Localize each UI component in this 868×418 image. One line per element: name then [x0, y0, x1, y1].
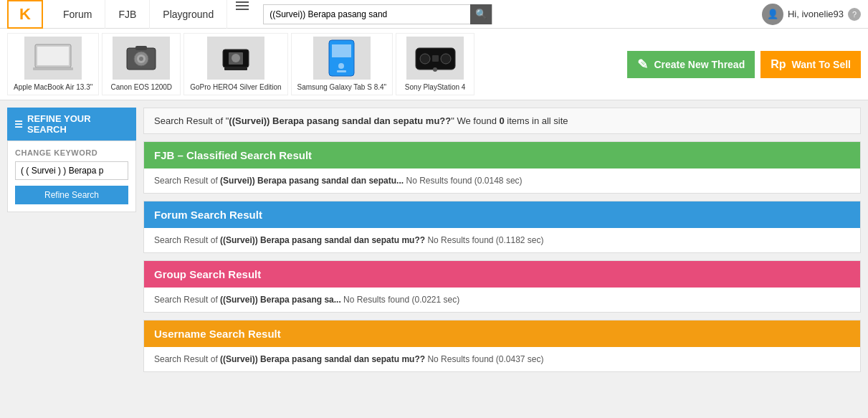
logo[interactable]: K: [7, 0, 43, 29]
want-to-sell-button[interactable]: Rp Want To Sell: [760, 51, 861, 78]
banner-img-4: [406, 37, 464, 80]
fjb-body-prefix: Search Result of: [154, 176, 220, 186]
refine-header: ☰ REFINE YOUR SEARCH: [7, 108, 136, 141]
svg-point-18: [441, 54, 451, 64]
banner-img-2: [207, 37, 264, 80]
create-thread-label: Create New Thread: [654, 59, 745, 70]
svg-rect-2: [33, 67, 73, 70]
avatar[interactable]: 👤: [762, 4, 783, 25]
rp-icon: Rp: [771, 58, 786, 71]
group-section-body: Search Result of ((Survei)) Berapa pasan…: [144, 288, 860, 312]
keyword-input[interactable]: [15, 161, 128, 180]
group-body-suffix: No Results found (0.0221 sec): [341, 295, 459, 305]
forum-section-body: Search Result of ((Survei)) Berapa pasan…: [144, 228, 860, 252]
banner-label-1: Canon EOS 1200D: [110, 82, 172, 92]
nav-playground[interactable]: Playground: [150, 0, 227, 29]
refine-body: CHANGE KEYWORD Refine Search: [7, 141, 136, 212]
svg-point-17: [420, 54, 430, 64]
banner-actions: ✎ Create New Thread Rp Want To Sell: [627, 51, 861, 78]
group-section: Group Search Result Search Result of ((S…: [143, 260, 861, 313]
svg-rect-11: [224, 67, 247, 70]
svg-rect-1: [37, 47, 69, 65]
fjb-section-header: FJB – Classified Search Result: [144, 142, 860, 168]
banner-img-3: [313, 37, 371, 80]
search-input[interactable]: [264, 5, 470, 24]
sidebar: ☰ REFINE YOUR SEARCH CHANGE KEYWORD Refi…: [7, 108, 136, 379]
result-prefix: Search Result of ": [154, 115, 229, 126]
banner: Apple MacBook Air 13.3" Canon EOS 1200D …: [0, 29, 868, 100]
result-count: 0: [500, 115, 505, 126]
want-to-sell-label: Want To Sell: [792, 59, 851, 70]
forum-section-header: Forum Search Result: [144, 201, 860, 228]
result-keyword: ((Survei)) Berapa pasang sandal dan sepa…: [229, 115, 451, 126]
banner-item-1[interactable]: Canon EOS 1200D: [102, 33, 181, 95]
banner-label-2: GoPro HERO4 Silver Edition: [190, 82, 281, 92]
group-body-keyword: ((Survei)) Berapa pasang sa...: [220, 295, 341, 305]
result-summary: Search Result of "((Survei)) Berapa pasa…: [143, 108, 861, 134]
refine-search-button[interactable]: Refine Search: [15, 186, 128, 204]
hamburger-menu[interactable]: [227, 0, 257, 29]
search-icon: 🔍: [475, 9, 487, 19]
banner-label-3: Samsung Galaxy Tab S 8.4": [297, 82, 387, 92]
help-button[interactable]: ?: [848, 8, 861, 21]
banner-item-0[interactable]: Apple MacBook Air 13.3": [7, 33, 99, 95]
avatar-icon: 👤: [767, 9, 778, 19]
pencil-icon: ✎: [637, 57, 648, 72]
content-area: Search Result of "((Survei)) Berapa pasa…: [143, 108, 861, 379]
banner-img-0: [24, 37, 82, 80]
list-icon: ☰: [14, 119, 23, 130]
banner-item-3[interactable]: Samsung Galaxy Tab S 8.4": [291, 33, 394, 95]
svg-point-14: [338, 63, 344, 69]
svg-rect-19: [432, 55, 439, 62]
svg-rect-7: [135, 46, 147, 50]
username-section: Username Search Result Search Result of …: [143, 320, 861, 372]
forum-body-suffix: No Results found (0.1182 sec): [425, 235, 543, 245]
fjb-section: FJB – Classified Search Result Search Re…: [143, 141, 861, 194]
username-section-body: Search Result of ((Survei)) Berapa pasan…: [144, 347, 860, 371]
group-section-header: Group Search Result: [144, 261, 860, 288]
nav-forum[interactable]: Forum: [50, 0, 105, 29]
result-count-suffix: items in all site: [505, 115, 568, 126]
username-body-keyword: ((Survei)) Berapa pasang sandal dan sepa…: [220, 354, 425, 364]
banner-img-1: [113, 37, 170, 80]
search-bar[interactable]: 🔍: [263, 4, 492, 24]
fjb-section-body: Search Result of (Survei)) Berapa pasang…: [144, 168, 860, 193]
search-button[interactable]: 🔍: [470, 4, 492, 24]
top-navbar: K Forum FJB Playground 🔍 👤 Hi, ivonelie9…: [0, 0, 868, 29]
change-keyword-label: CHANGE KEYWORD: [15, 148, 128, 157]
forum-section: Forum Search Result Search Result of ((S…: [143, 201, 861, 253]
banner-label-4: Sony PlayStation 4: [405, 82, 466, 92]
group-body-prefix: Search Result of: [154, 295, 220, 305]
banner-item-4[interactable]: Sony PlayStation 4: [396, 33, 474, 95]
username-section-header: Username Search Result: [144, 320, 860, 347]
username-body-suffix: No Results found (0.0437 sec): [425, 354, 543, 364]
banner-label-0: Apple MacBook Air 13.3": [14, 82, 92, 92]
nav-fjb[interactable]: FJB: [105, 0, 150, 29]
nav-right: 👤 Hi, ivonelie93 ?: [762, 4, 861, 25]
fjb-body-keyword: (Survei)) Berapa pasang sandal dan sepat…: [220, 176, 404, 186]
logo-k-icon: K: [19, 5, 31, 24]
forum-body-prefix: Search Result of: [154, 235, 220, 245]
username-body-prefix: Search Result of: [154, 354, 220, 364]
hamburger-icon: [236, 0, 249, 11]
result-suffix: " We found: [451, 115, 499, 126]
main-container: ☰ REFINE YOUR SEARCH CHANGE KEYWORD Refi…: [0, 100, 868, 386]
svg-rect-13: [332, 44, 351, 57]
create-thread-button[interactable]: ✎ Create New Thread: [627, 51, 755, 78]
svg-point-20: [433, 67, 437, 72]
refine-label: REFINE YOUR SEARCH: [27, 113, 129, 135]
banner-item-2[interactable]: GoPro HERO4 Silver Edition: [183, 33, 287, 95]
forum-body-keyword: ((Survei)) Berapa pasang sandal dan sepa…: [220, 235, 425, 245]
user-greeting: Hi, ivonelie93: [788, 9, 844, 19]
svg-rect-15: [337, 70, 346, 72]
fjb-body-suffix: No Results found (0.0148 sec): [404, 176, 522, 186]
svg-point-6: [139, 57, 143, 61]
svg-point-10: [232, 54, 240, 62]
